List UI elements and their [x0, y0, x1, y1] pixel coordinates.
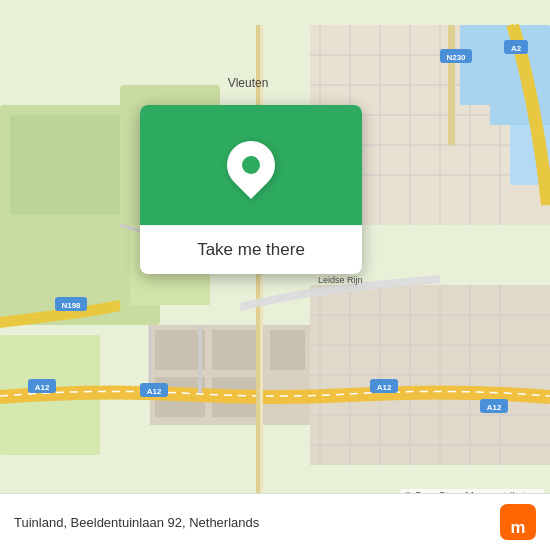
address-text: Tuinland, Beeldentuinlaan 92, Netherland… — [14, 515, 259, 530]
svg-rect-42 — [260, 25, 263, 525]
svg-text:N230: N230 — [446, 53, 466, 62]
svg-text:Leidse Rijn: Leidse Rijn — [318, 275, 363, 285]
svg-text:A12: A12 — [35, 383, 50, 392]
svg-text:A2: A2 — [511, 44, 522, 53]
svg-rect-37 — [212, 330, 262, 370]
svg-rect-36 — [155, 330, 205, 370]
svg-text:A12: A12 — [147, 387, 162, 396]
popup-header — [140, 105, 362, 225]
bottom-bar: Tuinland, Beeldentuinlaan 92, Netherland… — [0, 493, 550, 550]
map-container: N198 A12 A12 A12 A12 N230 A2 Vleuten Lei… — [0, 0, 550, 550]
svg-text:m: m — [511, 518, 526, 537]
pin-dot — [242, 156, 260, 174]
take-me-there-button[interactable]: Take me there — [156, 240, 346, 260]
svg-text:N198: N198 — [61, 301, 81, 310]
svg-rect-38 — [270, 330, 305, 370]
svg-text:Vleuten: Vleuten — [228, 76, 269, 90]
svg-text:A12: A12 — [487, 403, 502, 412]
svg-rect-43 — [448, 25, 455, 145]
map-background: N198 A12 A12 A12 A12 N230 A2 Vleuten Lei… — [0, 0, 550, 550]
popup-card: Take me there — [140, 105, 362, 274]
location-pin-icon — [217, 131, 285, 199]
moovit-icon: m — [500, 504, 536, 540]
moovit-logo: m — [500, 504, 536, 540]
popup-button-area: Take me there — [140, 225, 362, 274]
svg-text:A12: A12 — [377, 383, 392, 392]
